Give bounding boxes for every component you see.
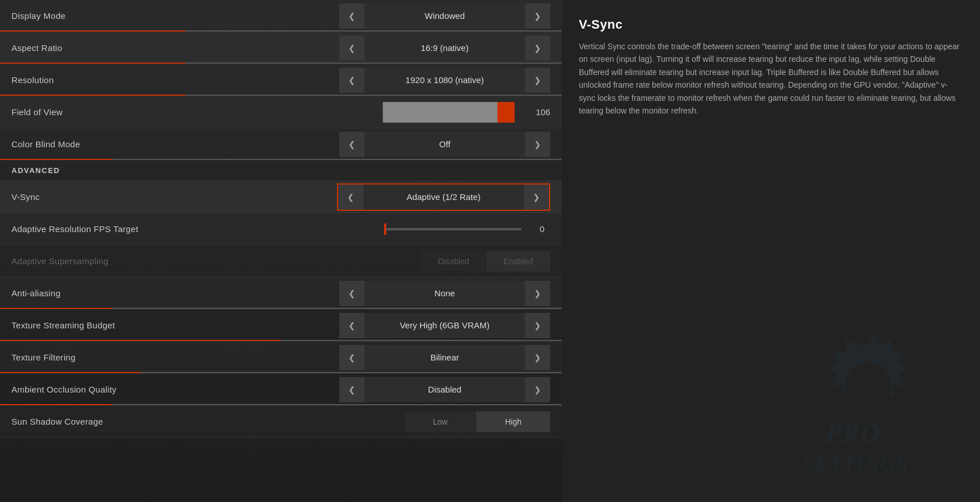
texture-filtering-row: Texture Filtering Bilinear — [0, 342, 562, 374]
chevron-right-icon — [534, 139, 541, 150]
chevron-right-icon — [534, 43, 541, 53]
ambient-occlusion-indicator — [0, 404, 112, 405]
chevron-right-icon — [534, 75, 541, 85]
texture-budget-row: Texture Streaming Budget Very High (6GB … — [0, 309, 562, 342]
info-panel: V-Sync Vertical Sync controls the trade-… — [562, 0, 980, 502]
aspect-ratio-grey-indicator — [185, 62, 562, 64]
aspect-ratio-label: Aspect Ratio — [11, 43, 339, 53]
svg-text:PRO: PRO — [825, 418, 880, 448]
adaptive-supersampling-control: Disabled Enabled — [421, 251, 550, 272]
chevron-left-icon — [348, 288, 355, 299]
fps-slider-track[interactable] — [384, 228, 522, 230]
ambient-occlusion-value: Disabled — [364, 377, 525, 402]
resolution-row: Resolution 1920 x 1080 (native) — [0, 64, 562, 96]
aspect-ratio-value: 16:9 (native) — [364, 36, 525, 61]
info-title: V-Sync — [579, 17, 963, 32]
fps-value: 0 — [527, 224, 544, 234]
anti-aliasing-prev[interactable] — [339, 281, 364, 306]
pro-settings-watermark: PRO SETTINGS — [768, 328, 969, 491]
texture-filtering-indicator — [0, 372, 140, 373]
texture-budget-label: Texture Streaming Budget — [11, 320, 339, 330]
chevron-right-icon — [534, 352, 541, 363]
ambient-occlusion-next[interactable] — [525, 377, 550, 402]
anti-aliasing-indicator — [0, 308, 112, 309]
texture-filtering-prev[interactable] — [339, 345, 364, 370]
texture-filtering-label: Texture Filtering — [11, 352, 339, 362]
color-blind-label: Color Blind Mode — [11, 139, 339, 149]
ambient-occlusion-prev[interactable] — [339, 377, 364, 402]
chevron-left-icon — [348, 43, 355, 53]
resolution-next[interactable] — [525, 68, 550, 93]
texture-filtering-grey-indicator — [140, 372, 562, 373]
texture-budget-prev[interactable] — [339, 313, 364, 338]
display-mode-label: Display Mode — [11, 11, 339, 21]
ambient-occlusion-row: Ambient Occlusion Quality Disabled — [0, 374, 562, 406]
settings-panel: Display Mode Windowed Aspect Ratio 16:9 … — [0, 0, 562, 502]
anti-aliasing-value: None — [364, 281, 525, 306]
chevron-left-icon — [348, 75, 355, 85]
chevron-right-icon — [534, 320, 541, 331]
sun-shadow-label: Sun Shadow Coverage — [11, 417, 405, 426]
texture-budget-control: Very High (6GB VRAM) — [339, 313, 550, 338]
sun-shadow-row: Sun Shadow Coverage Low High — [0, 406, 562, 438]
display-mode-value: Windowed — [364, 3, 525, 29]
fov-row: Field of View 106 — [0, 96, 562, 128]
vsync-control: Adaptive (1/2 Rate) — [337, 183, 550, 211]
aspect-ratio-prev[interactable] — [339, 36, 364, 61]
vsync-value: Adaptive (1/2 Rate) — [363, 185, 524, 210]
aspect-ratio-next[interactable] — [525, 36, 550, 61]
svg-point-0 — [845, 362, 891, 408]
ambient-occlusion-control: Disabled — [339, 377, 550, 402]
anti-aliasing-control: None — [339, 281, 550, 306]
color-blind-next[interactable] — [525, 132, 550, 157]
display-mode-row: Display Mode Windowed — [0, 0, 562, 32]
vsync-next[interactable] — [524, 185, 549, 210]
display-mode-next[interactable] — [525, 3, 550, 29]
display-mode-grey-indicator — [185, 30, 562, 32]
color-blind-prev[interactable] — [339, 132, 364, 157]
pro-settings-logo: PRO SETTINGS — [768, 328, 969, 488]
vsync-prev[interactable] — [338, 185, 363, 210]
texture-budget-grey-indicator — [281, 340, 562, 341]
adaptive-supersampling-row: Adaptive Supersampling Disabled Enabled — [0, 245, 562, 277]
aspect-ratio-indicator — [0, 62, 185, 64]
chevron-right-icon — [534, 288, 541, 299]
color-blind-row: Color Blind Mode Off — [0, 128, 562, 160]
display-mode-control: Windowed — [339, 3, 550, 29]
advanced-section-header: ADVANCED — [0, 160, 562, 181]
aspect-ratio-control: 16:9 (native) — [339, 36, 550, 61]
chevron-right-icon — [533, 192, 540, 202]
chevron-right-icon — [534, 11, 541, 21]
sun-shadow-low[interactable]: Low — [405, 411, 477, 432]
adaptive-supersampling-label: Adaptive Supersampling — [11, 256, 421, 266]
vsync-row: V-Sync Adaptive (1/2 Rate) — [0, 181, 562, 213]
sun-shadow-high[interactable]: High — [476, 411, 550, 432]
fov-label: Field of View — [11, 107, 383, 117]
resolution-indicator — [0, 95, 185, 96]
chevron-left-icon — [348, 352, 355, 363]
chevron-left-icon — [348, 320, 355, 331]
adaptive-fps-row: Adaptive Resolution FPS Target 0 — [0, 213, 562, 245]
adaptive-fps-control: 0 — [384, 224, 550, 234]
texture-budget-next[interactable] — [525, 313, 550, 338]
svg-text:SETTINGS: SETTINGS — [802, 452, 908, 476]
anti-aliasing-row: Anti-aliasing None — [0, 277, 562, 309]
texture-filtering-value: Bilinear — [364, 345, 525, 370]
chevron-left-icon — [348, 11, 355, 21]
color-blind-indicator — [0, 159, 112, 160]
resolution-label: Resolution — [11, 75, 339, 85]
adaptive-supersampling-disabled[interactable]: Disabled — [421, 251, 486, 272]
chevron-right-icon — [534, 385, 541, 395]
adaptive-fps-label: Adaptive Resolution FPS Target — [11, 224, 384, 234]
fov-slider-track[interactable] — [383, 102, 515, 123]
display-mode-prev[interactable] — [339, 3, 364, 29]
fov-slider-fill — [497, 102, 515, 123]
adaptive-supersampling-enabled[interactable]: Enabled — [487, 251, 550, 272]
color-blind-value: Off — [364, 132, 525, 157]
texture-filtering-next[interactable] — [525, 345, 550, 370]
resolution-prev[interactable] — [339, 68, 364, 93]
anti-aliasing-label: Anti-aliasing — [11, 288, 339, 298]
fov-control: 106 — [383, 102, 550, 123]
anti-aliasing-grey-indicator — [112, 308, 562, 309]
anti-aliasing-next[interactable] — [525, 281, 550, 306]
